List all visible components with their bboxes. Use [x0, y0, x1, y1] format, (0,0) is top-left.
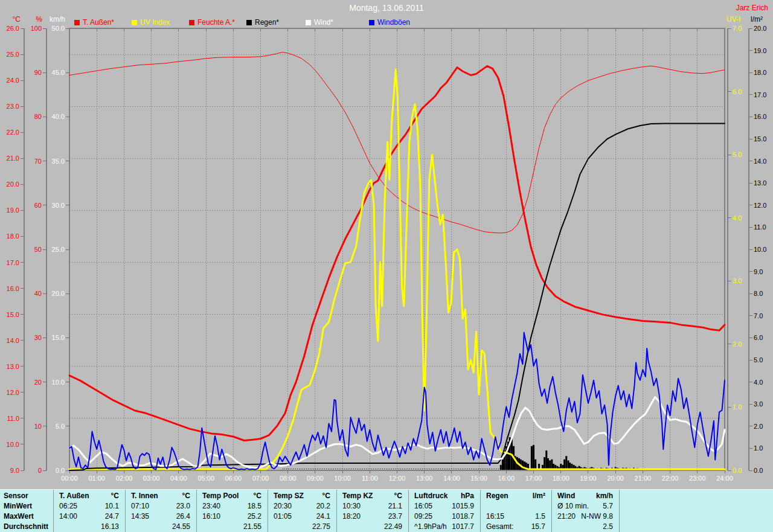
table-header-unit: °C — [202, 492, 261, 500]
axis-tick-label-rain: 16.0 — [754, 113, 766, 120]
axis-tick-label-wind: 5.0 — [56, 423, 65, 430]
table-column-divider — [336, 490, 337, 532]
axis-tick-label-temp: 20.0 — [7, 181, 19, 188]
table-row-label: Durchschnitt — [4, 522, 52, 531]
hour-label: 21:00 — [635, 475, 652, 482]
chart-legend: T. Außen*UV IndexFeuchte A.*Regen*Wind*W… — [0, 18, 773, 28]
hour-label: 13:00 — [416, 475, 433, 482]
axis-tick-label-temp: 14.0 — [7, 337, 19, 344]
axis-tick-label-hum: 60 — [34, 202, 42, 209]
legend-item-t-aussen: T. Außen* — [74, 18, 114, 27]
table-cell-value: 18.5 — [202, 502, 261, 510]
weather-app-window: Montag, 13.06.2011 Jarz Erich 26.025.024… — [0, 0, 773, 532]
table-header-unit: °C — [274, 492, 330, 500]
axis-tick-label-hum: 50 — [34, 246, 42, 253]
hour-label: 23:00 — [689, 475, 706, 482]
table-cell-value: 23.7 — [342, 512, 402, 521]
hour-label: 00:00 — [61, 475, 78, 482]
table-cell-value: 22.49 — [342, 522, 402, 531]
table-cell-value: 10.1 — [59, 502, 119, 510]
hour-label: 20:00 — [607, 475, 624, 482]
axis-tick-label-temp: 23.0 — [7, 103, 19, 110]
legend-swatch-regen — [246, 20, 252, 25]
table-column-divider — [125, 490, 126, 532]
table-column-divider — [268, 490, 268, 532]
hour-label: 05:00 — [197, 475, 214, 482]
table-header-unit: hPa — [414, 492, 474, 500]
axis-tick-label-rain: 15.0 — [754, 135, 766, 143]
hour-label: 09:00 — [307, 475, 324, 482]
legend-label-t-aussen: T. Außen* — [83, 18, 114, 27]
table-cell-value: 25.2 — [202, 512, 261, 521]
axis-tick-label-rain: 2.0 — [754, 423, 763, 430]
legend-swatch-windboeen — [369, 20, 374, 25]
axis-tick-label-rain: 1.0 — [754, 444, 763, 452]
table-cell-value: 20.2 — [274, 502, 330, 510]
axis-tick-label-wind: 15.0 — [52, 334, 65, 341]
table-header-unit: °C — [131, 492, 190, 500]
axis-tick-label-uv: 6.0 — [733, 88, 742, 95]
axis-tick-label-rain: 8.0 — [754, 290, 763, 297]
axis-tick-label-rain: 7.0 — [754, 312, 763, 319]
axis-tick-label-wind: 25.0 — [52, 246, 65, 253]
table-row-label: MinWert — [4, 502, 52, 510]
legend-label-windboeen: Windböen — [377, 18, 410, 27]
table-column-divider — [53, 490, 54, 532]
table-cell-value: 5.7 — [557, 502, 613, 510]
legend-swatch-feuchte-a — [189, 20, 194, 25]
axis-tick-label-temp: 15.0 — [7, 311, 19, 318]
table-cell-value: 1018.7 — [414, 512, 474, 521]
table-cell-value: 23.0 — [131, 502, 190, 510]
table-cell-value: 21.1 — [342, 502, 402, 510]
table-header-unit: km/h — [557, 492, 613, 500]
table-header-unit: °C — [342, 492, 402, 500]
table-cell-value: 1.5 — [486, 512, 545, 521]
hour-label: 04:00 — [170, 475, 187, 482]
table-cell-value: 21.55 — [202, 522, 261, 531]
axis-tick-label-hum: 0 — [38, 467, 42, 474]
table-cell-value: 24.1 — [274, 512, 330, 521]
table-header-unit: l/m² — [486, 492, 545, 500]
table-column-divider — [551, 490, 552, 532]
axis-tick-label-temp: 12.0 — [7, 389, 19, 396]
axis-tick-label-rain: 0.0 — [754, 467, 763, 474]
axis-tick-label-wind: 10.0 — [52, 379, 65, 386]
table-cell-value: 15.7 — [486, 522, 545, 531]
axis-tick-label-temp: 16.0 — [7, 285, 19, 292]
legend-item-wind: Wind* — [306, 18, 333, 27]
table-cell-value: 1015.9 — [414, 502, 474, 510]
legend-item-uv-index: UV Index — [132, 18, 170, 27]
axis-tick-label-temp: 25.0 — [7, 51, 19, 58]
table-cell-value: 16.13 — [59, 522, 119, 531]
axis-tick-label-uv: 1.0 — [733, 403, 742, 411]
table-cell-value: N-NW 9.8 — [557, 512, 613, 521]
legend-item-regen: Regen* — [246, 18, 279, 27]
table-row-label: MaxWert — [4, 512, 52, 521]
legend-label-feuchte-a: Feuchte A.* — [197, 18, 235, 27]
axis-tick-label-uv: 2.0 — [733, 341, 742, 348]
table-cell-value: 2.5 — [557, 522, 613, 531]
axis-tick-label-temp: 18.0 — [7, 232, 19, 240]
stats-table: SensorMinWertMaxWertDurchschnittT. Außen… — [0, 489, 773, 532]
legend-label-wind: Wind* — [314, 18, 333, 27]
axis-tick-label-wind: 40.0 — [52, 113, 65, 120]
axis-tick-label-temp: 24.0 — [7, 77, 19, 84]
axis-tick-label-rain: 11.0 — [754, 223, 766, 231]
hour-label: 03:00 — [143, 475, 160, 482]
axis-tick-label-rain: 6.0 — [754, 334, 763, 341]
axis-tick-label-rain: 19.0 — [754, 47, 766, 54]
axis-tick-label-wind: 35.0 — [52, 158, 65, 165]
hour-label: 15:00 — [470, 475, 487, 482]
table-cell-value: 26.4 — [131, 512, 190, 521]
axis-tick-label-hum: 90 — [34, 69, 42, 76]
table-column-divider — [480, 490, 481, 532]
axis-tick-label-hum: 80 — [34, 113, 42, 120]
legend-item-feuchte-a: Feuchte A.* — [189, 18, 235, 27]
table-row-label: Sensor — [4, 492, 52, 500]
hour-label: 08:00 — [280, 475, 297, 482]
axis-tick-label-rain: 13.0 — [754, 179, 766, 187]
table-cell-value: 24.55 — [131, 522, 190, 531]
axis-tick-label-temp: 13.0 — [7, 363, 19, 370]
hour-label: 22:00 — [662, 475, 679, 482]
hour-label: 16:00 — [498, 475, 515, 482]
